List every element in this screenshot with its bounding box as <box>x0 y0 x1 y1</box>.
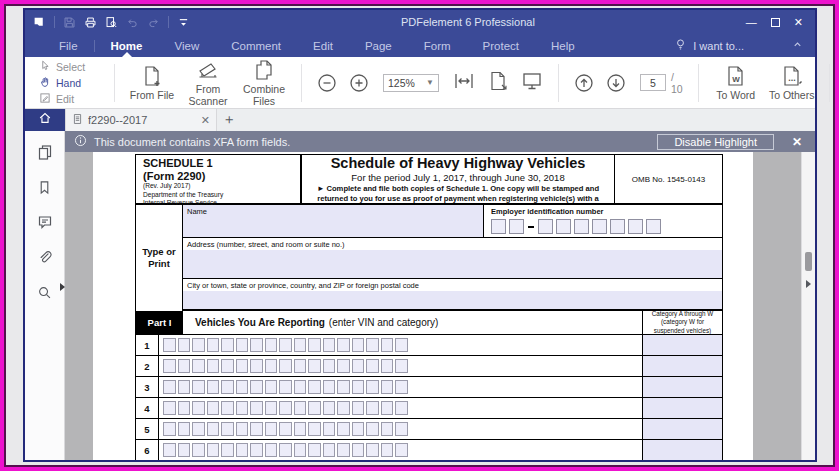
preview-icon[interactable] <box>105 16 118 29</box>
vin-box[interactable] <box>250 443 263 457</box>
vertical-scrollbar[interactable] <box>801 152 815 460</box>
category-cell[interactable] <box>642 398 722 418</box>
vin-box[interactable] <box>395 443 408 457</box>
vin-box[interactable] <box>294 422 307 436</box>
vin-box[interactable] <box>163 338 176 352</box>
redo-icon[interactable] <box>147 16 160 29</box>
vin-box[interactable] <box>178 443 191 457</box>
menu-edit[interactable]: Edit <box>297 34 349 57</box>
city-input-area[interactable] <box>183 291 722 309</box>
close-button[interactable]: ✕ <box>794 16 803 29</box>
page-number-input[interactable] <box>640 74 666 91</box>
vin-box[interactable] <box>250 422 263 436</box>
name-field[interactable]: Name <box>183 205 484 237</box>
category-cell[interactable] <box>642 440 722 460</box>
vin-box[interactable] <box>395 380 408 394</box>
vin-box[interactable] <box>323 422 336 436</box>
vin-box[interactable] <box>352 422 365 436</box>
vin-box[interactable] <box>366 422 379 436</box>
vin-box[interactable] <box>279 380 292 394</box>
ein-box[interactable] <box>556 219 571 234</box>
vin-box[interactable] <box>265 443 278 457</box>
zoom-out-button[interactable] <box>317 73 337 93</box>
vin-box[interactable] <box>207 443 220 457</box>
previous-page-button[interactable] <box>574 73 594 93</box>
vin-box[interactable] <box>381 443 394 457</box>
ein-box[interactable] <box>646 219 661 234</box>
home-tab-button[interactable] <box>25 109 65 131</box>
vin-box[interactable] <box>163 380 176 394</box>
vin-box[interactable] <box>395 338 408 352</box>
ein-box[interactable] <box>592 219 607 234</box>
vin-box[interactable] <box>236 443 249 457</box>
vin-box[interactable] <box>178 338 191 352</box>
vin-box[interactable] <box>265 380 278 394</box>
vin-box[interactable] <box>221 401 234 415</box>
menu-home[interactable]: Home <box>95 34 159 57</box>
vin-box[interactable] <box>207 380 220 394</box>
vin-box[interactable] <box>381 380 394 394</box>
vin-box[interactable] <box>337 443 350 457</box>
vin-box[interactable] <box>265 401 278 415</box>
vin-box[interactable] <box>250 359 263 373</box>
vin-box[interactable] <box>279 443 292 457</box>
from-file-button[interactable]: From File <box>124 64 180 102</box>
ein-box[interactable] <box>628 219 643 234</box>
scrollbar-thumb[interactable] <box>805 252 812 271</box>
vin-box[interactable] <box>323 338 336 352</box>
ein-box[interactable] <box>538 219 553 234</box>
menu-form[interactable]: Form <box>408 34 467 57</box>
vin-box[interactable] <box>163 422 176 436</box>
vin-box[interactable] <box>236 422 249 436</box>
vin-box[interactable] <box>250 338 263 352</box>
to-others-button[interactable]: ... To Others <box>764 64 820 102</box>
print-icon[interactable] <box>84 16 97 29</box>
next-page-button[interactable] <box>606 73 626 93</box>
vin-box[interactable] <box>192 401 205 415</box>
vin-box[interactable] <box>352 380 365 394</box>
vin-box[interactable] <box>192 359 205 373</box>
vin-box[interactable] <box>308 443 321 457</box>
notification-close-icon[interactable]: ✕ <box>792 135 802 149</box>
vin-box[interactable] <box>308 422 321 436</box>
save-icon[interactable] <box>63 16 76 29</box>
vin-box[interactable] <box>221 422 234 436</box>
ein-box[interactable] <box>491 219 506 234</box>
vin-box[interactable] <box>352 359 365 373</box>
presentation-button[interactable] <box>521 70 543 96</box>
vin-box[interactable] <box>279 359 292 373</box>
vin-box[interactable] <box>337 422 350 436</box>
category-cell[interactable] <box>642 377 722 397</box>
vin-box[interactable] <box>337 380 350 394</box>
vin-box[interactable] <box>337 359 350 373</box>
vin-box[interactable] <box>221 359 234 373</box>
vin-box[interactable] <box>381 359 394 373</box>
vin-box[interactable] <box>236 380 249 394</box>
vin-box[interactable] <box>352 338 365 352</box>
vin-box[interactable] <box>352 443 365 457</box>
vin-box[interactable] <box>221 380 234 394</box>
customize-toolbar-icon[interactable] <box>177 16 190 29</box>
vin-box[interactable] <box>163 359 176 373</box>
city-field[interactable]: City or town, state or province, country… <box>183 279 722 311</box>
vin-box[interactable] <box>323 380 336 394</box>
menu-protect[interactable]: Protect <box>467 34 535 57</box>
vin-box[interactable] <box>279 338 292 352</box>
tab-close-icon[interactable]: ✕ <box>201 114 210 127</box>
vin-box[interactable] <box>207 359 220 373</box>
vin-box[interactable] <box>236 338 249 352</box>
vin-box[interactable] <box>323 401 336 415</box>
ein-box[interactable] <box>574 219 589 234</box>
category-cell[interactable] <box>642 356 722 376</box>
vin-box[interactable] <box>192 380 205 394</box>
vin-box[interactable] <box>250 401 263 415</box>
attachments-panel-icon[interactable] <box>33 246 57 268</box>
from-scanner-button[interactable]: From Scanner <box>180 58 236 107</box>
new-tab-button[interactable]: ＋ <box>217 109 241 131</box>
vin-box[interactable] <box>337 338 350 352</box>
maximize-button[interactable] <box>771 18 780 27</box>
vin-box[interactable] <box>250 380 263 394</box>
vin-box[interactable] <box>366 401 379 415</box>
menu-help[interactable]: Help <box>535 34 591 57</box>
vin-box[interactable] <box>294 359 307 373</box>
